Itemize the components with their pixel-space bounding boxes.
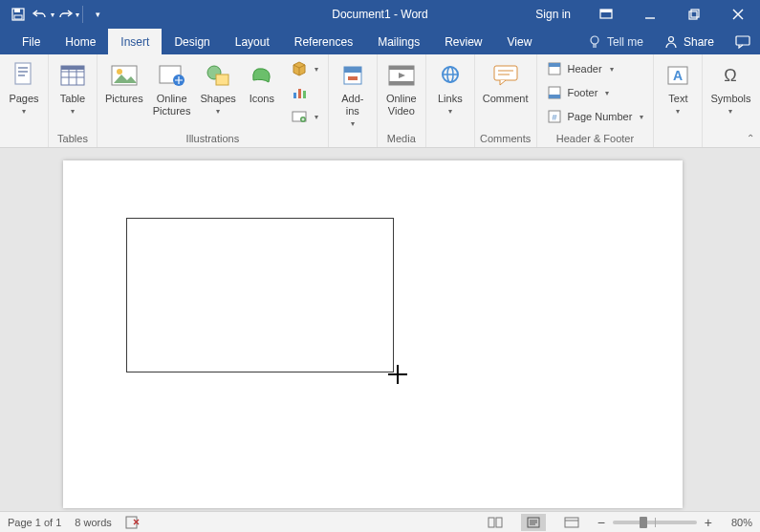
read-mode-button[interactable] [483,514,508,531]
svg-rect-58 [489,518,494,527]
footer-button[interactable]: Footer▾ [543,82,648,103]
chart-button[interactable] [288,82,322,103]
close-button[interactable] [716,0,760,29]
status-proofing-button[interactable] [125,516,141,529]
status-page[interactable]: Page 1 of 1 [8,517,61,528]
collapse-ribbon-button[interactable]: ⌃ [747,133,754,143]
feedback-icon [735,35,750,49]
share-button[interactable]: Share [653,29,726,54]
save-button[interactable] [6,0,31,29]
svg-rect-59 [496,518,502,527]
tab-design[interactable]: Design [162,29,222,54]
pages-button[interactable]: Pages ▾ [6,58,42,116]
tab-references[interactable]: References [282,29,365,54]
share-icon [664,35,678,49]
svg-rect-6 [689,11,697,19]
zoom-in-button[interactable]: + [705,515,712,530]
online-pictures-label: Online Pictures [153,93,191,117]
shapes-button[interactable]: Shapes ▾ [199,58,238,116]
pictures-label: Pictures [105,93,143,105]
models-button[interactable]: ▾ [288,58,322,79]
close-icon [732,9,744,20]
tell-me-search[interactable]: Tell me [578,29,653,54]
web-layout-button[interactable] [559,514,584,531]
minimize-button[interactable] [628,0,672,29]
ribbon-tabs: File Home Insert Design Layout Reference… [0,29,760,54]
svg-rect-7 [691,10,699,17]
addins-button[interactable]: Add- ins ▾ [335,58,371,128]
group-media-label: Media [378,131,425,147]
svg-text:Ω: Ω [725,66,737,85]
comment-button[interactable]: Comment [481,58,531,105]
links-button[interactable]: Links ▾ [432,58,468,116]
text-button[interactable]: A Text ▾ [660,58,696,116]
pages-icon [9,60,39,91]
comment-icon [490,60,521,91]
text-label: Text [668,93,687,105]
footer-icon [547,85,562,100]
addins-label: Add- ins [341,93,363,117]
symbols-button[interactable]: Ω Symbols ▾ [708,58,752,116]
zoom-level[interactable]: 80% [720,517,752,528]
zoom-out-button[interactable]: − [597,515,605,530]
ribbon-display-icon [599,9,613,20]
svg-rect-37 [344,67,361,73]
video-icon [386,60,417,91]
textbox-icon: A [662,60,693,91]
document-area[interactable] [0,148,760,511]
tab-mailings[interactable]: Mailings [365,29,432,54]
shapes-label: Shapes [201,93,236,105]
online-video-button[interactable]: Online Video [383,58,420,117]
table-button[interactable]: Table ▾ [54,58,91,116]
svg-rect-2 [14,15,22,19]
tab-insert[interactable]: Insert [108,29,162,54]
svg-text:A: A [673,68,683,83]
symbols-label: Symbols [710,93,750,105]
status-bar: Page 1 of 1 8 words − + 80% [0,511,760,532]
online-pictures-icon [157,60,187,91]
screenshot-button[interactable]: ▾ [288,106,322,127]
page-canvas[interactable] [63,160,683,508]
svg-rect-32 [298,89,301,98]
group-tables-label: Tables [49,131,97,147]
undo-icon [32,8,49,21]
zoom-slider[interactable] [613,521,697,524]
print-layout-button[interactable] [521,514,546,531]
rectangle-shape[interactable] [126,218,394,372]
title-bar: ▾ ▾ ▾ Document1 - Word Sign in [0,0,760,29]
svg-rect-14 [736,36,749,45]
ribbon: Pages ▾ Table ▾ Tables Pictures [0,54,760,148]
group-headerfooter-label: Header & Footer [537,131,654,147]
svg-point-26 [117,69,122,74]
svg-rect-24 [61,66,84,70]
chart-icon [292,85,307,100]
undo-button[interactable]: ▾ [31,0,55,29]
group-comments-label: Comments [475,131,536,147]
tab-view[interactable]: View [495,29,545,54]
qat-customize-button[interactable]: ▾ [85,0,110,29]
svg-rect-30 [216,74,228,85]
redo-button[interactable]: ▾ [55,0,80,29]
comment-label: Comment [483,93,529,105]
svg-rect-45 [494,66,517,80]
online-pictures-button[interactable]: Online Pictures [151,58,193,117]
title-bar-right: Sign in [522,0,760,29]
ribbon-display-options-button[interactable] [584,0,628,29]
tab-file[interactable]: File [10,29,53,54]
svg-rect-38 [348,76,358,80]
status-words[interactable]: 8 words [75,517,112,528]
tab-home[interactable]: Home [53,29,108,54]
feedback-button[interactable] [726,29,760,54]
header-button[interactable]: Header▾ [543,58,648,79]
sign-in-button[interactable]: Sign in [522,0,584,29]
maximize-button[interactable] [672,0,716,29]
page-number-button[interactable]: # Page Number▾ [543,106,648,127]
share-label: Share [684,35,714,49]
svg-text:#: # [552,113,556,122]
icons-button[interactable]: Icons [244,58,280,105]
tab-layout[interactable]: Layout [223,29,282,54]
page-number-icon: # [547,109,562,124]
proofing-icon [125,516,141,529]
pictures-button[interactable]: Pictures [103,58,145,105]
tab-review[interactable]: Review [432,29,494,54]
